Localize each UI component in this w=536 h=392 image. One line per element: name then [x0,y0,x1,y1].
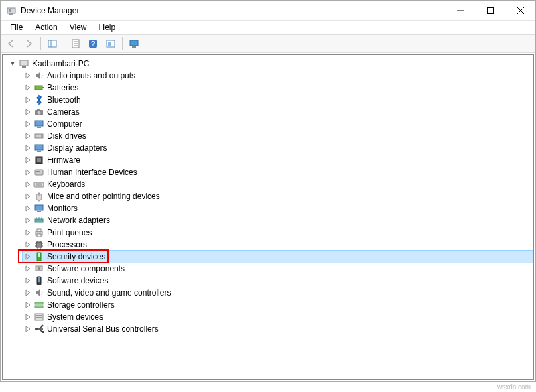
tree-item-label: Security devices [47,251,105,263]
toolbar: ? [1,34,535,53]
software-components-icon [34,263,44,274]
expand-icon[interactable] [24,228,32,237]
expand-icon[interactable] [24,72,32,80]
human-interface-devices-icon [34,167,44,178]
svg-rect-19 [20,60,28,66]
tree-item-label: Software components [47,263,125,275]
properties-button[interactable] [68,36,84,52]
keyboards-icon [34,179,44,190]
svg-rect-43 [37,211,41,212]
svg-rect-51 [36,242,42,247]
tree-item[interactable]: Cameras [23,106,533,118]
tree-item[interactable]: Monitors [23,202,533,214]
svg-point-24 [38,111,41,115]
svg-rect-26 [35,121,43,126]
tree-item-label: Disk drives [47,130,86,142]
expand-icon[interactable] [24,301,32,309]
tree-item[interactable]: Processors [23,239,533,251]
tree-item[interactable]: Sound, video and game controllers [23,287,533,299]
tree-item[interactable]: Firmware [23,154,533,166]
expand-icon[interactable] [24,241,32,249]
svg-rect-31 [37,151,41,152]
expand-icon[interactable] [24,216,32,224]
tree-item[interactable]: Human Interface Devices [23,166,533,178]
menu-help[interactable]: Help [94,21,121,34]
svg-rect-76 [42,331,44,333]
tree-item[interactable]: Mice and other pointing devices [23,190,533,202]
tree-item-label: Software devices [47,275,108,287]
tree-item[interactable]: Software components [23,263,533,275]
tree-item[interactable]: Audio inputs and outputs [23,70,533,82]
watermark: wsxdn.com [497,383,531,391]
menu-view[interactable]: View [64,21,92,34]
svg-rect-1 [9,13,13,15]
svg-point-29 [41,135,42,137]
tree-item-label: Cameras [47,106,80,118]
tree-item[interactable]: Print queues [23,226,533,239]
device-tree-view[interactable]: Kadhambari-PC Audio inputs and outputsBa… [2,54,534,380]
expand-icon[interactable] [24,289,32,297]
expand-icon[interactable] [24,144,32,152]
tree-item[interactable]: System devices [23,311,533,323]
tree-item-label: Processors [47,239,87,251]
tree-item[interactable]: Storage controllers [23,299,533,311]
app-icon [6,5,17,16]
tree-item[interactable]: Display adapters [23,142,533,154]
batteries-icon [34,82,44,93]
forward-button[interactable] [21,36,37,52]
expand-icon[interactable] [24,132,32,140]
collapse-icon[interactable] [9,60,17,68]
expand-icon[interactable] [24,253,32,261]
tree-item[interactable]: Security devices [23,251,533,263]
minimize-button[interactable] [445,1,475,20]
help-button[interactable]: ? [85,36,101,52]
tree-item[interactable]: Disk drives [23,130,533,142]
expand-icon[interactable] [24,313,32,321]
menu-action[interactable]: Action [29,21,62,34]
firmware-icon [34,155,44,166]
svg-rect-21 [35,86,42,90]
expand-icon[interactable] [24,204,32,212]
tree-item[interactable]: Batteries [23,82,533,94]
expand-icon[interactable] [24,108,32,116]
back-button[interactable] [3,36,19,52]
svg-point-74 [42,325,44,327]
tree-item[interactable]: Bluetooth [23,94,533,106]
toolbar-separator [122,37,123,50]
tree-item-label: Monitors [47,202,78,214]
tree-root-node[interactable]: Kadhambari-PC [8,58,533,70]
expand-icon[interactable] [24,277,32,285]
svg-rect-67 [35,306,43,308]
svg-rect-50 [37,234,41,237]
expand-icon[interactable] [24,84,32,92]
expand-icon[interactable] [24,325,32,333]
menu-file[interactable]: File [5,21,28,34]
svg-rect-7 [48,40,56,47]
expand-icon[interactable] [24,180,32,188]
maximize-button[interactable] [475,1,505,20]
tree-item[interactable]: Computer [23,118,533,130]
tree-item[interactable]: Universal Serial Bus controllers [23,323,533,335]
tree-item[interactable]: Software devices [23,275,533,287]
expand-icon[interactable] [24,168,32,176]
expand-icon[interactable] [24,192,32,200]
close-button[interactable] [505,1,535,20]
tree-item[interactable]: Keyboards [23,178,533,190]
scan-hardware-button[interactable] [103,36,119,52]
tree-item-label: Bluetooth [47,94,81,106]
titlebar: Device Manager [1,1,535,21]
tree-item[interactable]: Network adapters [23,214,533,226]
monitor-toolbar-icon[interactable] [126,36,142,52]
expand-icon[interactable] [24,156,32,164]
tree-item-label: Firmware [47,154,80,166]
expand-icon[interactable] [24,120,32,128]
show-hide-tree-button[interactable] [44,36,60,52]
svg-rect-35 [36,171,38,172]
svg-rect-16 [108,42,111,46]
tree-item-label: Storage controllers [47,299,115,311]
display-adapters-icon [34,143,44,153]
computer-icon [34,119,44,129]
expand-icon[interactable] [24,96,32,104]
expand-icon[interactable] [24,265,32,273]
svg-rect-17 [130,40,138,46]
